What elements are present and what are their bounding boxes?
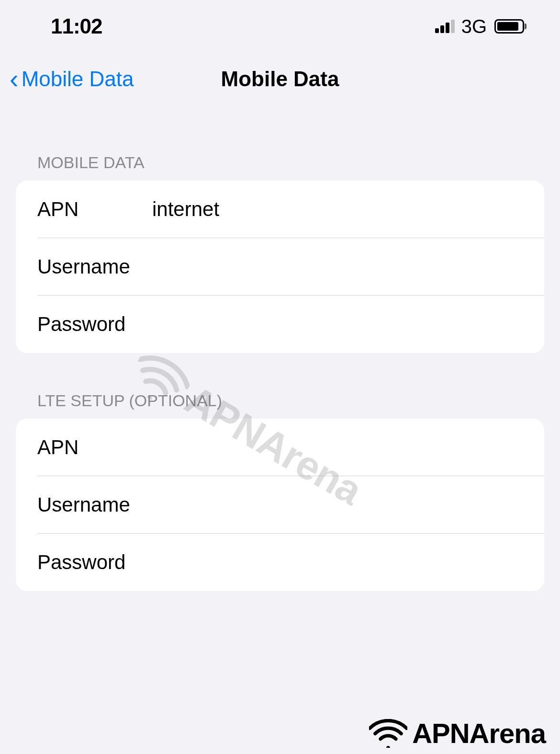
row-lte-password[interactable]: Password (16, 534, 544, 591)
section-body-mobile-data: APN Username Password (16, 181, 544, 353)
status-indicators: 3G (435, 16, 526, 37)
lte-apn-input[interactable] (152, 436, 523, 459)
watermark-footer-text: APNArena (412, 717, 546, 749)
username-input[interactable] (152, 255, 523, 278)
apn-label: APN (37, 198, 152, 221)
row-lte-username[interactable]: Username (16, 476, 544, 534)
page-title: Mobile Data (221, 67, 339, 91)
password-label: Password (37, 313, 152, 336)
signal-icon (435, 20, 455, 33)
watermark-footer: APNArena (369, 717, 546, 749)
back-button[interactable]: ‹ Mobile Data (10, 67, 134, 91)
row-apn[interactable]: APN (16, 181, 544, 238)
section-body-lte: APN Username Password (16, 419, 544, 591)
section-mobile-data: MOBILE DATA APN Username Password (16, 153, 544, 353)
network-type: 3G (461, 16, 487, 37)
back-label: Mobile Data (22, 67, 134, 91)
nav-bar: ‹ Mobile Data Mobile Data (0, 48, 560, 105)
wifi-icon (369, 719, 407, 748)
section-lte: LTE SETUP (OPTIONAL) APN Username Passwo… (16, 391, 544, 591)
apn-input[interactable] (152, 198, 523, 221)
status-time: 11:02 (51, 14, 102, 38)
row-lte-apn[interactable]: APN (16, 419, 544, 476)
row-username[interactable]: Username (16, 238, 544, 296)
username-label: Username (37, 255, 152, 278)
lte-apn-label: APN (37, 436, 152, 459)
lte-username-label: Username (37, 493, 152, 516)
section-header-lte: LTE SETUP (OPTIONAL) (16, 391, 544, 419)
lte-username-input[interactable] (152, 493, 523, 516)
status-bar: 11:02 3G (0, 0, 560, 48)
battery-icon (494, 19, 526, 34)
lte-password-input[interactable] (152, 551, 523, 574)
section-header-mobile-data: MOBILE DATA (16, 153, 544, 181)
lte-password-label: Password (37, 551, 152, 574)
row-password[interactable]: Password (16, 296, 544, 353)
chevron-left-icon: ‹ (10, 69, 19, 90)
password-input[interactable] (152, 313, 523, 336)
